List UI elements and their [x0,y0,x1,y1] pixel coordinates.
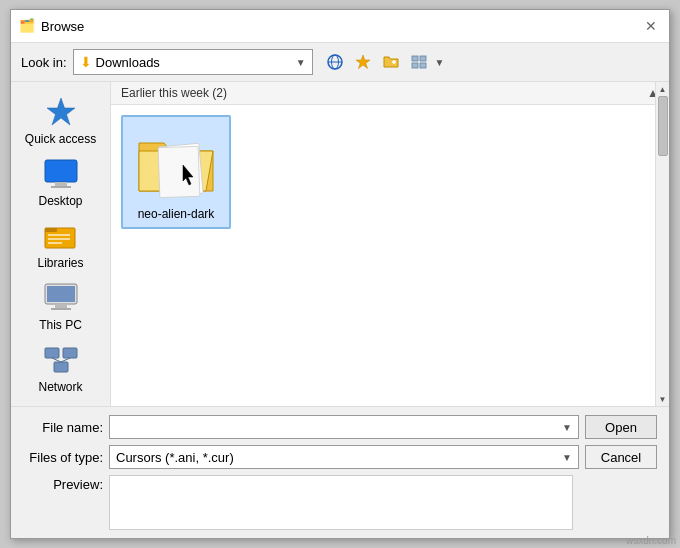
svg-rect-24 [63,348,77,358]
scroll-track[interactable] [657,96,669,392]
filetype-arrow: ▼ [562,452,572,463]
cancel-button[interactable]: Cancel [585,445,657,469]
watermark: wsxdn.com [626,535,676,546]
location-dropdown-arrow: ▼ [296,57,306,68]
section-header: Earlier this week (2) ▲ [111,82,669,105]
svg-rect-25 [54,362,68,372]
scroll-down-button[interactable]: ▼ [656,392,670,406]
svg-rect-22 [51,308,71,310]
filename-arrow: ▼ [562,422,572,433]
sidebar: Quick access Desktop [11,82,111,406]
preview-label: Preview: [23,475,103,492]
sidebar-item-thispc-label: This PC [39,318,82,332]
svg-rect-15 [45,228,57,232]
filetype-row: Files of type: Cursors (*.ani, *.cur) ▼ … [23,445,657,469]
bottom-area: File name: ▼ Open Files of type: Cursors… [11,406,669,538]
toolbar-view-button[interactable] [407,50,431,74]
sidebar-item-desktop-label: Desktop [38,194,82,208]
quick-access-icon [43,94,79,130]
svg-rect-8 [412,63,418,68]
toolbar: Look in: ⬇ Downloads ▼ [11,43,669,82]
svg-marker-3 [356,55,370,69]
sidebar-item-network[interactable]: Network [16,338,106,398]
svg-rect-6 [412,56,418,61]
scrollbar-vertical[interactable]: ▲ ▼ [655,82,669,406]
svg-rect-11 [45,160,77,182]
open-button[interactable]: Open [585,415,657,439]
dialog-icon: 🗂️ [19,18,35,34]
sidebar-item-thispc[interactable]: This PC [16,276,106,336]
filetype-select[interactable]: Cursors (*.ani, *.cur) ▼ [109,445,579,469]
sidebar-item-quick-access[interactable]: Quick access [16,90,106,150]
filename-row: File name: ▼ Open [23,415,657,439]
toolbar-newfolder-button[interactable] [379,50,403,74]
close-button[interactable]: ✕ [641,16,661,36]
dialog-title: Browse [41,19,84,34]
svg-rect-12 [55,182,67,186]
view-dropdown-arrow[interactable]: ▼ [435,57,445,68]
sidebar-item-libraries[interactable]: Libraries [16,214,106,274]
file-grid: neo-alien-dark [111,105,669,406]
location-folder-icon: ⬇ [80,54,92,70]
toolbar-star-button[interactable] [351,50,375,74]
scroll-up-button[interactable]: ▲ [656,82,670,96]
look-in-label: Look in: [21,55,67,70]
filetype-label: Files of type: [23,450,103,465]
filename-label: File name: [23,420,103,435]
svg-line-27 [61,358,70,362]
toolbar-web-button[interactable] [323,50,347,74]
desktop-icon [43,156,79,192]
content-area: Earlier this week (2) ▲ [111,82,669,406]
sidebar-item-network-label: Network [38,380,82,394]
new-folder-icon [382,53,400,71]
toolbar-actions: ▼ [323,50,445,74]
svg-rect-23 [45,348,59,358]
star-icon [354,53,372,71]
svg-marker-10 [47,98,75,125]
svg-rect-29 [158,146,200,197]
folder-icon-large [131,123,221,203]
svg-rect-13 [51,186,71,188]
main-area: Quick access Desktop [11,82,669,406]
svg-line-26 [52,358,61,362]
preview-row: Preview: [23,475,657,530]
network-icon [43,342,79,378]
location-dropdown[interactable]: ⬇ Downloads ▼ [73,49,313,75]
libraries-icon [43,218,79,254]
thispc-icon [43,280,79,316]
svg-rect-7 [420,56,426,61]
browse-dialog: 🗂️ Browse ✕ Look in: ⬇ Downloads ▼ [10,9,670,539]
filename-input[interactable]: ▼ [109,415,579,439]
svg-rect-20 [47,286,75,302]
sidebar-item-quick-access-label: Quick access [25,132,96,146]
svg-rect-16 [48,234,70,236]
svg-rect-9 [420,63,426,68]
title-bar: 🗂️ Browse ✕ [11,10,669,43]
sidebar-item-libraries-label: Libraries [37,256,83,270]
scroll-thumb[interactable] [658,96,668,156]
file-item-label: neo-alien-dark [138,207,215,221]
svg-rect-21 [55,304,67,308]
filetype-value: Cursors (*.ani, *.cur) [116,450,234,465]
globe-icon [326,53,344,71]
view-icon [410,53,428,71]
svg-rect-17 [48,238,70,240]
sidebar-item-desktop[interactable]: Desktop [16,152,106,212]
section-header-text: Earlier this week (2) [121,86,227,100]
svg-rect-18 [48,242,62,244]
title-bar-left: 🗂️ Browse [19,18,84,34]
preview-box [109,475,573,530]
location-text: Downloads [96,55,292,70]
file-item-neo-alien-dark[interactable]: neo-alien-dark [121,115,231,229]
